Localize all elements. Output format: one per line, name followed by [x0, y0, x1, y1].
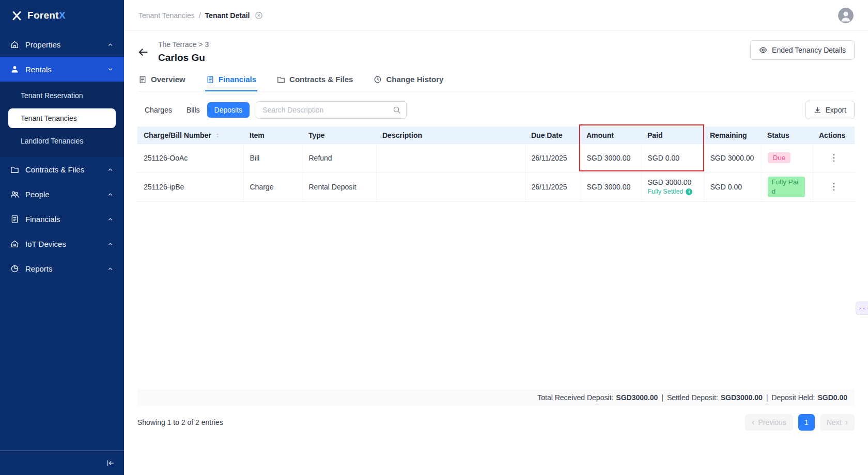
deposits-table-wrap: Charge/Bill Number Item Type Description… — [137, 126, 855, 202]
document-icon — [10, 215, 19, 224]
deposit-summary-bar: Total Received Deposit:SGD3000.00|Settle… — [137, 389, 855, 406]
sidebar: ForentX Properties Rentals Tenant Reserv… — [0, 0, 124, 475]
sidebar-item-contracts-files[interactable]: Contracts & Files — [0, 157, 124, 182]
page-title: Carlos Gu — [158, 52, 209, 64]
previous-page-button[interactable]: ‹ Previous — [745, 414, 793, 431]
column-header-remaining: Remaining — [704, 126, 761, 144]
chevron-up-icon — [107, 241, 114, 247]
status-cell: Fully Paid — [761, 172, 813, 201]
previous-label: Previous — [758, 418, 786, 426]
user-avatar[interactable] — [838, 8, 854, 23]
kebab-menu-icon[interactable]: ⋮ — [829, 153, 838, 163]
table-toolbar: Charges Bills Deposits Export — [137, 101, 855, 119]
status-badge: Due — [768, 152, 791, 163]
summary-separator: | — [661, 393, 663, 402]
sidebar-item-properties[interactable]: Properties — [0, 32, 124, 57]
sidebar-subitem-tenant-reservation[interactable]: Tenant Reservation — [8, 86, 116, 105]
sidebar-subitem-tenant-tenancies[interactable]: Tenant Tenancies — [8, 108, 116, 128]
clock-icon — [374, 75, 382, 84]
column-header-amount: Amount — [580, 126, 641, 144]
segment-charges[interactable]: Charges — [137, 102, 179, 118]
breadcrumb-current: Tenant Detail — [205, 11, 250, 20]
back-button[interactable] — [137, 46, 149, 58]
pagination: Showing 1 to 2 of 2 entries ‹ Previous 1… — [137, 414, 855, 431]
ended-tenancy-details-button[interactable]: Ended Tenancy Details — [750, 40, 855, 60]
sidebar-nav: Properties Rentals Tenant Reservation Te… — [0, 31, 124, 450]
people-icon — [10, 190, 19, 199]
file-lines-icon — [138, 75, 147, 84]
sidebar-item-rentals[interactable]: Rentals — [0, 57, 124, 82]
property-path: The Terrace > 3 — [158, 40, 209, 49]
title-block: The Terrace > 3 Carlos Gu — [158, 40, 209, 64]
description-cell — [376, 144, 525, 172]
sort-icon[interactable] — [214, 132, 221, 138]
sidebar-item-people[interactable]: People — [0, 182, 124, 207]
tab-financials[interactable]: Financials — [205, 70, 257, 91]
file-invoice-icon — [206, 75, 214, 84]
ended-tenancy-details-label: Ended Tenancy Details — [772, 46, 846, 54]
sidebar-item-label: Rentals — [25, 65, 52, 74]
brand: ForentX — [0, 0, 124, 31]
close-tab-icon[interactable] — [255, 11, 263, 20]
export-button[interactable]: Export — [805, 101, 855, 119]
page-content: The Terrace > 3 Carlos Gu Ended Tenancy … — [124, 31, 868, 475]
building-icon — [10, 40, 19, 49]
number-cell: 251126-ipBe — [137, 172, 243, 201]
deposits-table: Charge/Bill Number Item Type Description… — [137, 126, 855, 202]
actions-cell: ⋮ — [813, 144, 855, 172]
eye-icon — [759, 46, 767, 54]
amount-cell: SGD 3000.00 — [580, 172, 641, 201]
tab-overview[interactable]: Overview — [137, 70, 187, 91]
folder-icon — [10, 165, 19, 174]
chevron-up-icon — [107, 265, 114, 272]
column-header-due-date: Due Date — [525, 126, 580, 144]
sidebar-item-reports[interactable]: Reports — [0, 256, 124, 281]
chevron-up-icon — [107, 166, 114, 173]
search-input[interactable] — [262, 106, 393, 114]
paid-cell: SGD 3000.00 Fully Settled i — [641, 172, 704, 201]
tab-change-history[interactable]: Change History — [373, 70, 444, 91]
sidebar-item-financials[interactable]: Financials — [0, 207, 124, 231]
next-page-button[interactable]: Next › — [820, 414, 855, 431]
amount-cell: SGD 3000.00 — [580, 144, 641, 172]
brand-name-primary: Forent — [27, 10, 59, 21]
sidebar-item-label: IoT Devices — [25, 240, 66, 248]
column-header-paid: Paid — [641, 126, 704, 144]
summary-value: SGD3000.00 — [721, 393, 763, 402]
tab-label: Change History — [386, 75, 443, 84]
folder-icon — [277, 75, 285, 84]
column-label: Charge/Bill Number — [144, 131, 211, 139]
floating-widget-handle[interactable]: >_< — [856, 302, 868, 315]
fully-settled-note: Fully Settled i — [648, 188, 698, 195]
main-area: Tenant Tenancies / Tenant Detail The Ter… — [124, 0, 868, 475]
sidebar-item-label: Financials — [25, 215, 60, 224]
segment-bills[interactable]: Bills — [179, 102, 207, 118]
segment-deposits[interactable]: Deposits — [207, 102, 250, 118]
type-cell: Rental Deposit — [302, 172, 376, 201]
pagination-controls: ‹ Previous 1 Next › — [745, 414, 855, 431]
app-root: ForentX Properties Rentals Tenant Reserv… — [0, 0, 868, 475]
breadcrumb-parent[interactable]: Tenant Tenancies — [138, 11, 195, 20]
pie-chart-icon — [10, 264, 19, 273]
page-number-button[interactable]: 1 — [798, 414, 815, 431]
sidebar-subitem-landlord-tenancies[interactable]: Landlord Tenancies — [8, 131, 116, 151]
tab-label: Financials — [219, 75, 256, 84]
tab-label: Contracts & Files — [289, 75, 353, 84]
item-cell: Bill — [243, 144, 302, 172]
sidebar-item-label: People — [25, 190, 50, 199]
tab-contracts-files[interactable]: Contracts & Files — [276, 70, 354, 91]
summary-label: Total Received Deposit: — [537, 393, 613, 402]
actions-cell: ⋮ — [813, 172, 855, 201]
sidebar-item-label: Contracts & Files — [25, 165, 84, 174]
paid-value: SGD 3000.00 — [648, 178, 698, 186]
column-header-status: Status — [761, 126, 813, 144]
pagination-info: Showing 1 to 2 of 2 entries — [137, 418, 223, 426]
sidebar-item-iot-devices[interactable]: IoT Devices — [0, 231, 124, 256]
sidebar-collapse-button[interactable] — [106, 459, 115, 467]
brand-logo-icon — [11, 10, 22, 21]
next-label: Next — [827, 418, 842, 426]
fully-settled-label: Fully Settled — [648, 188, 684, 195]
chevron-right-icon: › — [845, 418, 848, 426]
kebab-menu-icon[interactable]: ⋮ — [829, 182, 838, 192]
info-icon[interactable]: i — [686, 188, 692, 195]
